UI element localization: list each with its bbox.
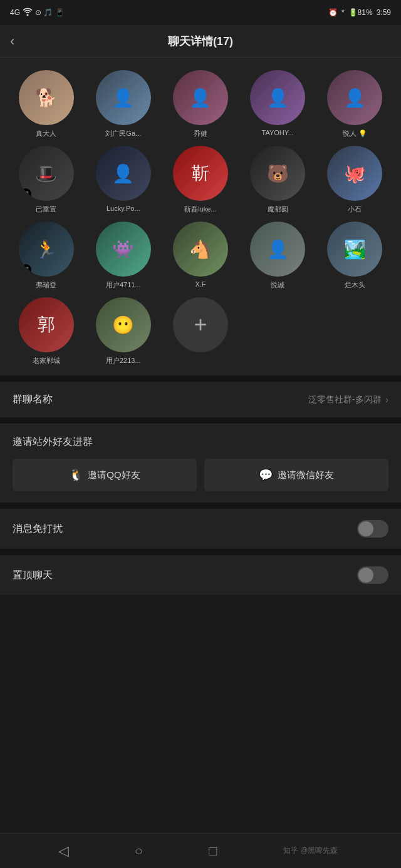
member-name: 老家郸城 xyxy=(15,356,78,365)
bluetooth-icon: * xyxy=(341,8,345,17)
member-name: 靳磊luke... xyxy=(169,205,232,214)
members-section: 🐕 真大人 👤 刘广民Ga... 👤 乔健 👤 TAYOHY... 👤 悦人 💡… xyxy=(0,58,401,375)
back-button[interactable]: ‹ xyxy=(10,33,14,49)
invite-qq-label: 邀请QQ好友 xyxy=(88,469,140,481)
add-member-button[interactable]: + xyxy=(173,297,228,352)
status-right: ⏰ * 🔋81% 3:59 xyxy=(328,8,391,17)
member-item[interactable]: 😶 用户2213... xyxy=(87,297,159,365)
pin-toggle-knob xyxy=(358,568,373,583)
member-item[interactable]: 🎩 🎵 已重置 xyxy=(10,146,82,214)
dnd-label: 消息免打扰 xyxy=(13,523,63,536)
back-nav-button[interactable]: ◁ xyxy=(58,843,69,859)
member-item[interactable]: 👤 悦人 💡 xyxy=(319,70,391,138)
member-name: 刘广民Ga... xyxy=(92,129,155,138)
member-avatar: 🐻 xyxy=(250,146,305,201)
group-name-row[interactable]: 群聊名称 泛零售社群-多闪群 › xyxy=(0,382,401,417)
member-name: 用户2213... xyxy=(92,356,155,365)
member-avatar: 👤 xyxy=(327,70,382,125)
member-item[interactable]: 🏞️ 烂木头 xyxy=(319,222,391,290)
member-item[interactable]: 靳 靳磊luke... xyxy=(164,146,236,214)
divider-2 xyxy=(0,417,401,424)
member-item[interactable]: 🐕 真大人 xyxy=(10,70,82,138)
alarm-icon: ⏰ xyxy=(328,8,338,17)
member-item[interactable]: 🐻 魔都圆 xyxy=(242,146,314,214)
member-avatar: 🐙 xyxy=(327,146,382,201)
member-avatar: 😶 xyxy=(96,297,151,352)
invite-wechat-button[interactable]: 💬 邀请微信好友 xyxy=(204,459,388,491)
plus-icon: + xyxy=(194,314,207,336)
pin-label: 置顶聊天 xyxy=(13,569,53,582)
member-item[interactable]: 👾 用户4711... xyxy=(87,222,159,290)
watermark: 知乎 @黑啤先森 xyxy=(283,845,343,856)
member-avatar: 👤 xyxy=(96,70,151,125)
battery-icon: 🔋81% xyxy=(348,8,373,17)
time-display: 3:59 xyxy=(377,8,391,17)
chevron-right-icon: › xyxy=(385,394,388,406)
group-name-text: 泛零售社群-多闪群 xyxy=(308,394,382,406)
bottom-spacer xyxy=(0,595,401,645)
divider-3 xyxy=(0,503,401,509)
page-title: 聊天详情(17) xyxy=(168,34,233,49)
member-item[interactable]: 🐙 小石 xyxy=(319,146,391,214)
member-name: Lucky.Po... xyxy=(92,205,155,212)
member-name: 悦人 💡 xyxy=(323,129,386,138)
member-item[interactable]: 🏃 🎵 弗瑞登 xyxy=(10,222,82,290)
member-name: 用户4711... xyxy=(92,280,155,290)
member-avatar: 🐴 xyxy=(173,222,228,277)
member-avatar: 郭 xyxy=(19,297,74,352)
member-name: TAYOHY... xyxy=(246,129,309,136)
pin-section: 置顶聊天 xyxy=(0,555,401,595)
member-avatar: 🎩 🎵 xyxy=(19,146,74,201)
member-item[interactable]: 👤 TAYOHY... xyxy=(242,70,314,138)
member-avatar: 👤 xyxy=(250,222,305,277)
member-name: 魔都圆 xyxy=(246,205,309,214)
member-avatar: 👤 xyxy=(96,146,151,201)
member-avatar: 🏃 🎵 xyxy=(19,222,74,277)
status-bar: 4G ⊙ 🎵 📱 ⏰ * 🔋81% 3:59 xyxy=(0,0,401,25)
add-member-item[interactable]: + xyxy=(164,297,236,365)
dnd-toggle-knob xyxy=(358,521,373,536)
dnd-toggle[interactable] xyxy=(357,520,388,538)
header: ‹ 聊天详情(17) xyxy=(0,25,401,58)
home-nav-button[interactable]: ○ xyxy=(135,843,143,859)
status-left: 4G ⊙ 🎵 📱 xyxy=(10,8,65,18)
recent-nav-button[interactable]: □ xyxy=(209,843,217,859)
bottom-nav: ◁ ○ □ 知乎 @黑啤先森 xyxy=(0,833,401,868)
member-name: 真大人 xyxy=(15,129,78,138)
member-item[interactable]: 👤 刘广民Ga... xyxy=(87,70,159,138)
member-avatar: 👾 xyxy=(96,222,151,277)
invite-qq-button[interactable]: 🐧 邀请QQ好友 xyxy=(13,459,197,491)
member-avatar: 👤 xyxy=(173,70,228,125)
member-item[interactable]: 👤 乔健 xyxy=(164,70,236,138)
member-item[interactable]: 👤 Lucky.Po... xyxy=(87,146,159,214)
wifi-icon xyxy=(23,8,33,18)
member-name: 弗瑞登 xyxy=(15,280,78,290)
pin-row: 置顶聊天 xyxy=(0,555,401,595)
extra-icons: ⊙ 🎵 📱 xyxy=(35,8,65,17)
dnd-section: 消息免打扰 xyxy=(0,509,401,549)
member-avatar: 🐕 xyxy=(19,70,74,125)
divider-4 xyxy=(0,549,401,555)
invite-title: 邀请站外好友进群 xyxy=(13,436,388,449)
pin-toggle[interactable] xyxy=(357,566,388,584)
wechat-icon: 💬 xyxy=(259,468,273,482)
member-name: 小石 xyxy=(323,205,386,214)
signal-icon: 4G xyxy=(10,8,20,17)
member-name: 悦诚 xyxy=(246,280,309,290)
group-name-section: 群聊名称 泛零售社群-多闪群 › xyxy=(0,382,401,417)
group-name-label: 群聊名称 xyxy=(13,393,53,406)
qq-icon: 🐧 xyxy=(69,468,83,482)
member-name: 已重置 xyxy=(15,205,78,214)
member-item[interactable]: 👤 悦诚 xyxy=(242,222,314,290)
invite-section: 邀请站外好友进群 🐧 邀请QQ好友 💬 邀请微信好友 xyxy=(0,424,401,503)
member-item[interactable]: 郭 老家郸城 xyxy=(10,297,82,365)
member-name: 乔健 xyxy=(169,129,232,138)
dnd-row: 消息免打扰 xyxy=(0,509,401,549)
member-name: X.F xyxy=(169,280,232,288)
group-name-value: 泛零售社群-多闪群 › xyxy=(308,394,388,406)
member-avatar: 靳 xyxy=(173,146,228,201)
member-name: 烂木头 xyxy=(323,280,386,290)
members-grid: 🐕 真大人 👤 刘广民Ga... 👤 乔健 👤 TAYOHY... 👤 悦人 💡… xyxy=(10,70,391,365)
member-item[interactable]: 🐴 X.F xyxy=(164,222,236,290)
invite-wechat-label: 邀请微信好友 xyxy=(278,469,334,481)
